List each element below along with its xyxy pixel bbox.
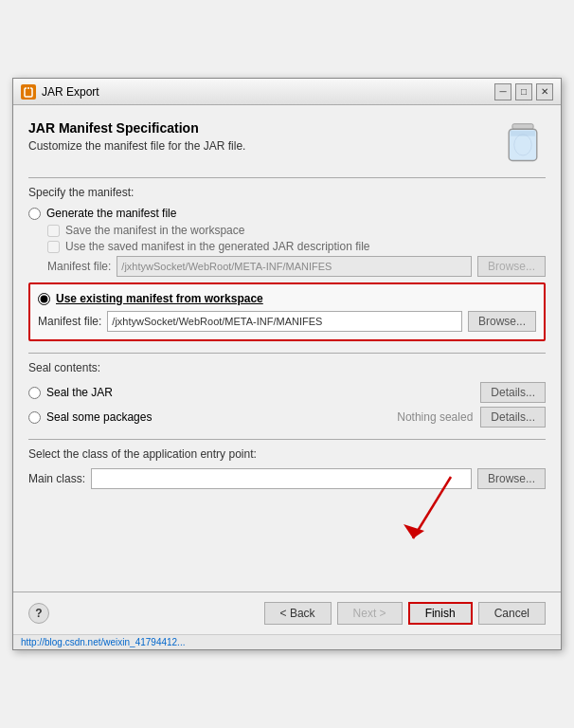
main-class-label: Main class: bbox=[28, 472, 85, 485]
next-button[interactable]: Next > bbox=[337, 602, 403, 625]
button-bar: ? < Back Next > Finish Cancel bbox=[13, 592, 561, 634]
manifest-file-enabled-browse[interactable]: Browse... bbox=[468, 311, 536, 332]
use-existing-radio[interactable] bbox=[38, 293, 50, 305]
use-saved-checkbox[interactable] bbox=[47, 241, 60, 253]
window-body: JAR Manifest Specification Customize the… bbox=[13, 105, 561, 592]
maximize-button[interactable]: □ bbox=[515, 83, 532, 100]
save-manifest-checkbox[interactable] bbox=[47, 225, 60, 237]
manifest-file-disabled-row: Manifest file: Browse... bbox=[47, 256, 546, 277]
arrow-area bbox=[28, 500, 546, 576]
seal-jar-details-button[interactable]: Details... bbox=[480, 382, 546, 403]
seal-packages-label: Seal some packages bbox=[46, 410, 389, 424]
seal-section: Seal contents: Seal the JAR Details... S… bbox=[28, 361, 546, 428]
divider-1 bbox=[28, 177, 546, 178]
manifest-file-disabled-input bbox=[117, 256, 472, 277]
entry-point-label: Select the class of the application entr… bbox=[28, 447, 546, 461]
svg-rect-3 bbox=[512, 124, 533, 130]
seal-jar-radio[interactable] bbox=[28, 387, 41, 399]
svg-rect-5 bbox=[511, 131, 535, 136]
seal-packages-radio[interactable] bbox=[28, 411, 41, 424]
back-button[interactable]: < Back bbox=[264, 602, 332, 625]
red-arrow bbox=[375, 472, 489, 567]
manifest-file-enabled-input[interactable] bbox=[107, 311, 462, 332]
manifest-file-enabled-label: Manifest file: bbox=[38, 315, 101, 328]
use-existing-radio-item: Use existing manifest from workspace bbox=[38, 292, 536, 305]
nothing-sealed-text: Nothing sealed bbox=[397, 410, 473, 424]
manifest-file-disabled-browse: Browse... bbox=[477, 256, 546, 277]
save-manifest-checkbox-item: Save the manifest in the workspace bbox=[47, 224, 546, 237]
window-icon bbox=[21, 84, 36, 100]
close-button[interactable]: ✕ bbox=[536, 83, 553, 100]
use-existing-section: Use existing manifest from workspace Man… bbox=[28, 282, 546, 341]
header-text: JAR Manifest Specification Customize the… bbox=[28, 120, 493, 153]
manifest-file-enabled-row: Manifest file: Browse... bbox=[38, 311, 536, 332]
jar-image bbox=[500, 120, 546, 166]
cancel-button[interactable]: Cancel bbox=[478, 602, 546, 625]
window-controls: ─ □ ✕ bbox=[494, 83, 553, 100]
svg-point-2 bbox=[27, 87, 29, 89]
seal-jar-row: Seal the JAR Details... bbox=[28, 382, 546, 403]
specify-manifest-label: Specify the manifest: bbox=[28, 186, 546, 199]
title-bar: JAR Export ─ □ ✕ bbox=[13, 79, 561, 105]
finish-button[interactable]: Finish bbox=[408, 602, 473, 625]
minimize-button[interactable]: ─ bbox=[494, 83, 511, 100]
manifest-file-disabled-label: Manifest file: bbox=[47, 260, 111, 273]
seal-packages-row: Seal some packages Nothing sealed Detail… bbox=[28, 407, 546, 428]
use-existing-radio-label: Use existing manifest from workspace bbox=[56, 292, 263, 305]
seal-packages-details-button[interactable]: Details... bbox=[480, 407, 546, 428]
use-saved-checkbox-label: Use the saved manifest in the generated … bbox=[65, 240, 370, 253]
watermark-bar: http://blog.csdn.net/weixin_41794412... bbox=[13, 634, 561, 649]
page-subtitle: Customize the manifest file for the JAR … bbox=[28, 139, 493, 153]
jar-export-dialog: JAR Export ─ □ ✕ JAR Manifest Specificat… bbox=[12, 78, 562, 650]
generate-radio[interactable] bbox=[28, 208, 41, 220]
seal-contents-label: Seal contents: bbox=[28, 361, 546, 374]
page-title: JAR Manifest Specification bbox=[28, 120, 493, 136]
divider-2 bbox=[28, 353, 546, 354]
window-title: JAR Export bbox=[42, 85, 494, 99]
generate-radio-label: Generate the manifest file bbox=[46, 207, 176, 220]
save-manifest-checkbox-label: Save the manifest in the workspace bbox=[65, 224, 244, 237]
generate-radio-item: Generate the manifest file bbox=[28, 207, 546, 220]
help-button[interactable]: ? bbox=[28, 603, 49, 624]
seal-jar-label: Seal the JAR bbox=[46, 386, 263, 399]
use-saved-checkbox-item: Use the saved manifest in the generated … bbox=[47, 240, 546, 253]
divider-3 bbox=[28, 439, 546, 440]
page-header: JAR Manifest Specification Customize the… bbox=[28, 120, 546, 166]
watermark-text: http://blog.csdn.net/weixin_41794412... bbox=[21, 637, 185, 647]
